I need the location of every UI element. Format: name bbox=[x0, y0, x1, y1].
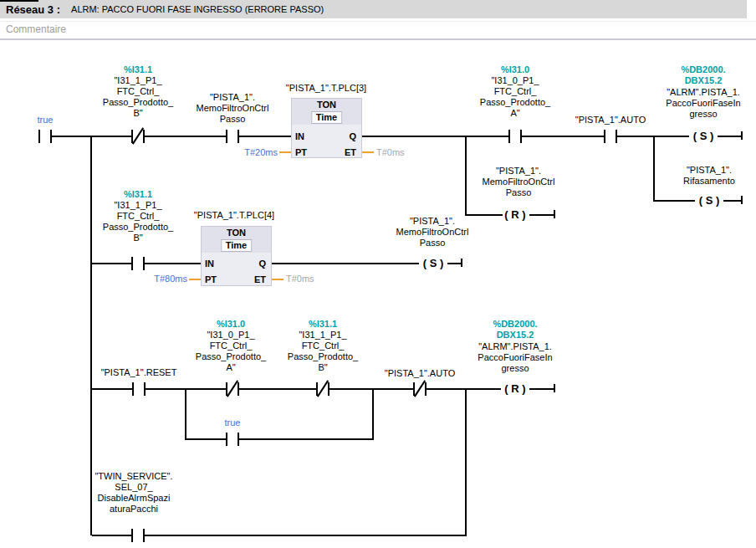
timer2-pin-et: ET bbox=[254, 274, 266, 284]
no-contact-i31-1[interactable] bbox=[131, 257, 145, 270]
timer2-pt-value[interactable]: T#80ms bbox=[135, 274, 187, 284]
no-contact-i31-0[interactable] bbox=[508, 130, 522, 143]
operand-auto[interactable]: "PISTA_1".AUTO bbox=[560, 115, 661, 125]
operand-i31-1-b[interactable]: "I31_1_P1_ FTC_Ctrl_ Passo_Prodotto_ B" bbox=[273, 330, 373, 373]
address-i31-0: %I31.0 bbox=[181, 319, 281, 330]
timer2-pin-q: Q bbox=[258, 259, 266, 269]
timer1-datatype[interactable]: Time bbox=[311, 111, 342, 124]
nc-contact-auto[interactable] bbox=[413, 382, 427, 396]
timer2-pin-in: IN bbox=[205, 259, 214, 269]
timer1-pin-et: ET bbox=[345, 147, 356, 157]
wire bbox=[529, 388, 554, 390]
et-stub bbox=[362, 151, 374, 153]
wire bbox=[372, 388, 374, 440]
network-comment-field[interactable]: Commentaire bbox=[6, 23, 66, 35]
address-db2000: %DB2000. DBX15.2 bbox=[653, 64, 753, 86]
timer2-pin-pt: PT bbox=[205, 274, 217, 284]
operand-i31-0-a[interactable]: "I31_0_P1_ FTC_Ctrl_ Passo_Prodotto_ A" bbox=[181, 330, 281, 373]
operand-twin-service[interactable]: "TWIN_SERVICE". SEL_07_ DisableAlrmSpazi… bbox=[79, 471, 188, 515]
timer1-pin-pt: PT bbox=[295, 147, 307, 157]
header-divider bbox=[0, 21, 756, 22]
set-coil-paccofuorifase[interactable]: ( S ) bbox=[691, 129, 716, 144]
branch-end bbox=[554, 384, 555, 392]
wire bbox=[362, 136, 508, 137]
timer1-type: TON bbox=[292, 100, 361, 110]
operand-reset[interactable]: "PISTA_1".RESET bbox=[89, 367, 189, 378]
wire bbox=[0, 0, 38, 2]
reset-coil-paccofuorifase[interactable]: ( R ) bbox=[503, 382, 528, 397]
address-i31-1: %I31.1 bbox=[88, 189, 188, 200]
operand-i31-1-b[interactable]: "I31_1_P1_ FTC_Ctrl_ Passo_Prodotto_ B" bbox=[88, 75, 188, 119]
address-i31-1: %I31.1 bbox=[88, 64, 188, 75]
wire bbox=[529, 214, 554, 216]
timer1-pin-in: IN bbox=[295, 131, 304, 141]
timer2-et-value[interactable]: T#0ms bbox=[286, 274, 314, 284]
address-i31-1: %I31.1 bbox=[273, 319, 373, 330]
wire bbox=[723, 200, 742, 202]
operand-memofiltro-s[interactable]: "PISTA_1". MemoFiltroOnCtrl Passo bbox=[381, 216, 484, 248]
operand-auto[interactable]: "PISTA_1".AUTO bbox=[370, 368, 470, 379]
timer2-type: TON bbox=[202, 228, 271, 238]
wire bbox=[185, 388, 186, 440]
set-coil-rifasamento[interactable]: ( S ) bbox=[697, 193, 722, 208]
operand-memofiltro[interactable]: "PISTA_1". MemoFiltroOnCtrl Passo bbox=[182, 92, 283, 125]
no-contact-reset[interactable] bbox=[132, 382, 146, 396]
wire bbox=[522, 136, 604, 137]
no-contact-twin-service[interactable] bbox=[131, 529, 145, 542]
wire bbox=[427, 388, 501, 390]
wire bbox=[145, 136, 226, 137]
wire bbox=[239, 388, 316, 390]
operand-i31-0-a[interactable]: "I31_0_P1_ FTC_Ctrl_ Passo_Prodotto_ A" bbox=[465, 75, 565, 119]
no-contact-true[interactable] bbox=[226, 433, 239, 446]
timer1-pt-value[interactable]: T#20ms bbox=[226, 147, 278, 158]
operand-true[interactable]: true bbox=[12, 115, 79, 125]
wire bbox=[145, 263, 201, 264]
nc-contact-i31-0[interactable] bbox=[226, 382, 239, 396]
wire bbox=[329, 388, 413, 390]
wire bbox=[92, 388, 132, 390]
rail-end bbox=[741, 131, 743, 140]
operand-true[interactable]: true bbox=[182, 417, 283, 428]
wire bbox=[447, 263, 462, 264]
wire bbox=[145, 535, 467, 536]
operand-memofiltro-r[interactable]: "PISTA_1". MemoFiltroOnCtrl Passo bbox=[467, 166, 570, 198]
branch-end bbox=[461, 259, 462, 267]
branch-end bbox=[741, 196, 743, 204]
network-header[interactable]: Réseau 3 : ALRM: PACCO FUORI FASE INGRES… bbox=[0, 0, 747, 18]
wire bbox=[718, 136, 742, 137]
nc-contact-i31-1[interactable] bbox=[131, 130, 145, 143]
network-number: Réseau 3 : bbox=[6, 3, 60, 16]
wire bbox=[185, 438, 226, 440]
wire bbox=[92, 535, 131, 536]
network-editor: Réseau 3 : ALRM: PACCO FUORI FASE INGRES… bbox=[0, 0, 756, 548]
no-contact-true[interactable] bbox=[38, 130, 52, 143]
set-coil-memofiltro[interactable]: ( S ) bbox=[421, 256, 446, 271]
timer1-pin-q: Q bbox=[349, 131, 356, 141]
timer2-datatype[interactable]: Time bbox=[221, 239, 252, 252]
timer1-ton-block[interactable]: TON Time IN Q PT ET bbox=[291, 98, 362, 158]
timer2-tag[interactable]: "PISTA_1".T.PLC[4] bbox=[182, 210, 286, 221]
wire bbox=[653, 136, 655, 202]
address-i31-0: %I31.0 bbox=[465, 64, 565, 75]
nc-contact-i31-1[interactable] bbox=[316, 382, 329, 396]
comment-divider bbox=[0, 38, 756, 40]
timer1-et-value[interactable]: T#0ms bbox=[376, 147, 405, 158]
reset-coil-memofiltro[interactable]: ( R ) bbox=[503, 207, 528, 223]
operand-rifasamento[interactable]: "PISTA_1". Rifasamento bbox=[659, 165, 756, 187]
wire bbox=[465, 388, 467, 536]
no-contact-memofiltro[interactable] bbox=[226, 130, 239, 143]
branch-end bbox=[554, 210, 555, 218]
wire bbox=[653, 200, 695, 202]
et-stub bbox=[272, 279, 284, 280]
network-title[interactable]: ALRM: PACCO FUORI FASE INGRESSO (ERRORE … bbox=[71, 4, 324, 14]
operand-paccofuorifase[interactable]: "ALRM".PISTA_1. PaccoFuoriFaseIn gresso bbox=[653, 87, 753, 120]
wire bbox=[239, 136, 291, 137]
operand-paccofuorifase[interactable]: "ALRM".PISTA_1. PaccoFuoriFaseIn gresso bbox=[465, 341, 565, 374]
wire bbox=[272, 263, 419, 264]
timer1-tag[interactable]: "PISTA_1".T.PLC[3] bbox=[274, 83, 378, 94]
wire bbox=[239, 438, 374, 440]
pt-stub bbox=[189, 279, 201, 280]
no-contact-auto[interactable] bbox=[604, 130, 617, 143]
timer2-ton-block[interactable]: TON Time IN Q PT ET bbox=[201, 226, 272, 286]
operand-i31-1-b[interactable]: "I31_1_P1_ FTC_Ctrl_ Passo_Prodotto_ B" bbox=[88, 200, 188, 243]
